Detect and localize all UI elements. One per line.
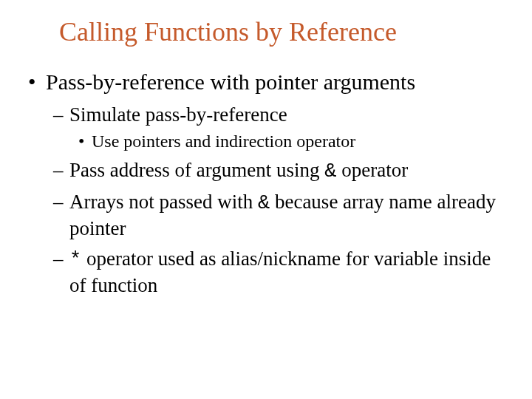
bullet-text-pre: Arrays not passed with — [69, 191, 258, 213]
bullet-text: Pass-by-reference with pointer arguments — [46, 69, 415, 94]
slide: Calling Functions by Reference Pass-by-r… — [0, 0, 532, 399]
bullet-l2: Simulate pass-by-reference — [53, 102, 510, 128]
bullet-l2: * operator used as alias/nickname for va… — [53, 246, 510, 299]
code-ampersand: & — [324, 160, 336, 183]
bullet-l1: Pass-by-reference with pointer arguments — [28, 68, 510, 96]
bullet-list: Pass-by-reference with pointer arguments… — [28, 68, 510, 299]
bullet-l3: Use pointers and indirection operator — [78, 130, 510, 153]
bullet-text-pre: Pass address of argument using — [69, 159, 324, 181]
bullet-l2: Pass address of argument using & operato… — [53, 157, 510, 185]
code-star: * — [69, 249, 81, 271]
bullet-text: Use pointers and indirection operator — [92, 132, 355, 151]
slide-title: Calling Functions by Reference — [59, 16, 510, 47]
code-ampersand: & — [258, 192, 270, 214]
bullet-text-post: operator — [336, 159, 408, 181]
bullet-l2: Arrays not passed with & because array n… — [53, 189, 510, 242]
bullet-text-post: operator used as alias/nickname for vari… — [69, 248, 491, 297]
bullet-text: Simulate pass-by-reference — [69, 103, 287, 126]
